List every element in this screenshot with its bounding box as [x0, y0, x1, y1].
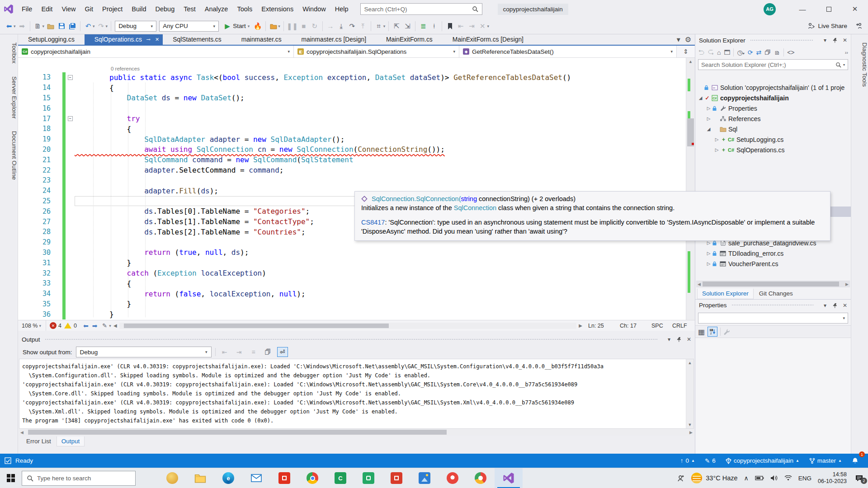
code-line-23[interactable]: 23: [18, 175, 695, 186]
quick-search-box[interactable]: Search (Ctrl+Q): [360, 3, 482, 15]
code-line-32[interactable]: 32 catch (Exception localException): [18, 268, 695, 278]
code-line-16[interactable]: 16: [18, 103, 695, 113]
action-center-button[interactable]: 2: [855, 474, 863, 482]
editor-vertical-scrollbar[interactable]: ▲: [686, 58, 695, 320]
solution-horizontal-scrollbar[interactable]: ◀▶: [696, 281, 850, 287]
undo-icon[interactable]: ↶: [83, 21, 93, 32]
code-cleanup-dropdown[interactable]: ▾: [109, 324, 111, 328]
volume-icon[interactable]: [770, 475, 778, 481]
start-button[interactable]: [0, 468, 22, 488]
nav-forward-arrow-icon[interactable]: ➡: [90, 322, 99, 329]
menu-item-extensions[interactable]: Extensions: [257, 0, 298, 18]
line-number[interactable]: 17: [18, 115, 51, 123]
notifications-button[interactable]: 1: [849, 454, 862, 468]
minimize-button[interactable]: —: [789, 0, 816, 18]
line-number[interactable]: 14: [18, 84, 51, 92]
menu-item-view[interactable]: View: [57, 0, 80, 18]
panel-tab-output[interactable]: Output: [57, 436, 85, 446]
editor-scroll-thumb[interactable]: [687, 118, 694, 146]
menu-item-project[interactable]: Project: [98, 0, 127, 18]
pin-icon[interactable]: ⊸: [146, 37, 151, 42]
expander-icon[interactable]: ▷: [713, 147, 720, 152]
navigate-backward-dropdown[interactable]: ▾: [14, 24, 16, 28]
code-editor[interactable]: 0 references 13− public static async Tas…: [18, 58, 695, 320]
code-text[interactable]: catch (Exception localException): [75, 268, 695, 278]
hscroll-left-icon[interactable]: ◀: [112, 323, 118, 328]
attach-process-dropdown[interactable]: ▾: [278, 24, 280, 28]
error-count-icon[interactable]: ✕: [50, 322, 57, 329]
taskbar-app-app-green-1-icon[interactable]: C: [326, 468, 354, 488]
next-bookmark-icon[interactable]: ⇥: [467, 21, 476, 32]
new-project-dropdown[interactable]: ▾: [42, 24, 45, 28]
tab-mainexitform-cs-design-[interactable]: MainExitForm.cs [Design]: [443, 34, 533, 45]
line-number[interactable]: 27: [18, 218, 51, 226]
close-button[interactable]: ✕: [842, 0, 868, 18]
window-position-icon[interactable]: ▾: [668, 336, 670, 343]
code-text[interactable]: public static async Task<(bool success, …: [75, 72, 695, 83]
properties-shortcut-icon[interactable]: 🗈: [774, 49, 780, 56]
start-debugging-button[interactable]: ▶ Start ▾: [222, 21, 250, 32]
code-text[interactable]: SqlDataAdapter adapter = new SqlDataAdap…: [75, 134, 695, 145]
code-line-33[interactable]: 33 {: [18, 278, 695, 289]
line-number[interactable]: 15: [18, 94, 51, 102]
code-text[interactable]: {: [75, 124, 695, 134]
expander-icon[interactable]: ▷: [705, 106, 712, 111]
find-message-icon[interactable]: ⇤: [219, 347, 230, 357]
unsaved-edits-indicator[interactable]: ✎ 6: [702, 454, 719, 468]
cursor-column-indicator[interactable]: Ch: 17: [615, 323, 647, 329]
expander-icon[interactable]: ▷: [713, 137, 720, 142]
tree-item-voucherparent-cs[interactable]: ▷VoucherParent.cs: [695, 258, 851, 269]
restart-icon[interactable]: ↻: [310, 21, 320, 32]
taskbar-app-browser-red-2-icon[interactable]: [467, 468, 495, 488]
home-icon[interactable]: ⌂: [717, 49, 721, 56]
tab-mainmaster-cs[interactable]: mainmaster.cs: [231, 34, 292, 45]
solution-platform-dropdown[interactable]: Any CPU▾: [159, 21, 219, 32]
code-text[interactable]: [75, 175, 695, 186]
code-line-18[interactable]: 18 {: [18, 124, 695, 134]
codelens-references[interactable]: 0 references: [111, 66, 695, 72]
send-feedback-icon[interactable]: [854, 21, 864, 32]
output-console[interactable]: copyprojectshaifalijain.exe' (CLR v4.0.3…: [19, 359, 694, 429]
output-vertical-scrollbar[interactable]: ▲ ▼: [686, 359, 693, 428]
tray-expand-icon[interactable]: ∧: [744, 474, 749, 482]
fold-collapse-icon[interactable]: −: [68, 116, 73, 121]
syntax-visualizer-dropdown[interactable]: ▾: [383, 24, 386, 28]
alphabetical-sort-icon[interactable]: AZ: [708, 327, 717, 337]
categorized-icon[interactable]: ▦: [698, 328, 705, 336]
undo-dropdown[interactable]: ▾: [93, 24, 95, 28]
new-project-icon[interactable]: 🗎: [33, 21, 43, 32]
switch-views-icon[interactable]: 🗔: [724, 49, 730, 56]
save-all-icon[interactable]: [67, 21, 77, 32]
line-number[interactable]: 16: [18, 104, 51, 113]
taskbar-app-mail-icon[interactable]: [242, 468, 270, 488]
editor-horizontal-scrollbar[interactable]: [119, 323, 577, 329]
clear-bookmarks-icon[interactable]: ✕: [477, 21, 487, 32]
code-text[interactable]: SqlCommand command = new SqlCommand(SqlS…: [75, 155, 695, 165]
code-line-20[interactable]: 20 await using SqlConnection cn = new Sq…: [18, 145, 695, 155]
line-number[interactable]: 25: [18, 197, 51, 205]
tree-item-copyprojectshaifalijain[interactable]: ◢✓C#copyprojectshaifalijain: [695, 93, 851, 103]
code-text[interactable]: await using SqlConnection cn = new SqlCo…: [75, 145, 695, 155]
tree-item-properties[interactable]: ▷Properties: [695, 103, 851, 113]
code-text[interactable]: }: [75, 258, 695, 268]
show-all-files-icon[interactable]: <>: [787, 49, 794, 56]
split-editor-button[interactable]: ⇕: [677, 46, 695, 57]
taskbar-app-app-green-2-icon[interactable]: [354, 468, 382, 488]
go-to-message-icon[interactable]: ≡: [248, 347, 259, 357]
branch-picker[interactable]: master ▲: [806, 454, 845, 468]
tab-settings-gear-icon[interactable]: ⚙: [685, 35, 691, 44]
stop-icon[interactable]: ■: [299, 21, 309, 32]
close-panel-icon[interactable]: ✕: [687, 336, 691, 343]
menu-item-build[interactable]: Build: [127, 0, 151, 18]
menu-item-analyze[interactable]: Analyze: [200, 0, 233, 18]
close-tab-icon[interactable]: ✕: [155, 37, 159, 42]
start-dropdown[interactable]: ▾: [248, 24, 250, 28]
fold-margin[interactable]: −: [66, 116, 75, 121]
search-options-icon[interactable]: ▾: [843, 63, 845, 67]
redo-dropdown[interactable]: ▾: [106, 24, 108, 28]
clock[interactable]: 14:58 06-10-2023: [818, 471, 847, 485]
background-tasks-icon[interactable]: [5, 457, 11, 464]
tree-item-sql[interactable]: ◢Sql: [695, 124, 851, 134]
comment-lines-icon[interactable]: ≣: [418, 21, 428, 32]
line-number[interactable]: 21: [18, 156, 51, 164]
